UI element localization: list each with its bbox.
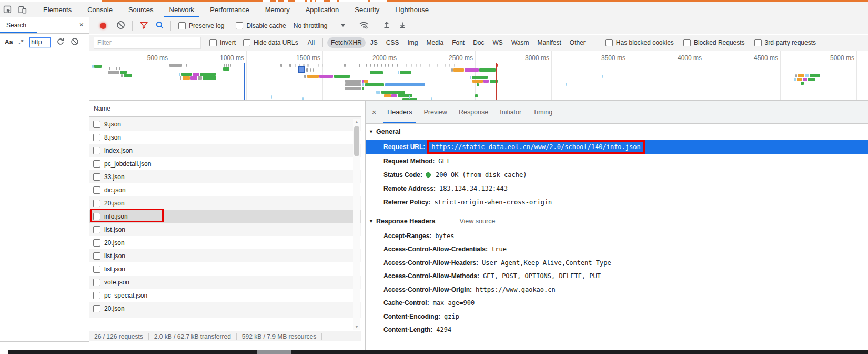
request-row-index-json[interactable]: index.json: [89, 144, 361, 157]
refresh-icon[interactable]: [56, 37, 65, 47]
export-har-icon[interactable]: [398, 21, 407, 31]
general-section-header[interactable]: ▼ General: [369, 124, 868, 140]
checkbox[interactable]: [93, 252, 100, 260]
filter-type-fetch-xhr[interactable]: Fetch/XHR: [327, 37, 366, 48]
general-row[interactable]: Status Code:200 OK (from disk cache): [369, 168, 868, 182]
filter-type-wasm[interactable]: Wasm: [508, 37, 533, 48]
request-row-list-json[interactable]: list.json: [89, 262, 361, 276]
selected-request-marker[interactable]: [298, 66, 305, 73]
request-row-9-json[interactable]: 9.json: [89, 117, 361, 131]
checkbox[interactable]: [93, 305, 100, 312]
has-blocked-cookies-checkbox[interactable]: Has blocked cookies: [605, 39, 674, 46]
search-network-icon[interactable]: [155, 21, 164, 31]
checkbox[interactable]: [605, 39, 613, 46]
scroll-down-icon[interactable]: ▼: [353, 324, 360, 329]
3rd-party-requests-checkbox[interactable]: 3rd-party requests: [754, 39, 816, 46]
checkbox[interactable]: [209, 39, 217, 46]
request-row-vote-json[interactable]: vote.json: [89, 276, 361, 289]
checkbox[interactable]: [93, 239, 100, 247]
tab-security[interactable]: Security: [347, 2, 387, 17]
response-header-row[interactable]: Access-Control-Allow-Credentials:true: [369, 243, 868, 257]
checkbox[interactable]: [93, 279, 100, 286]
device-toolbar-icon[interactable]: [15, 3, 29, 17]
general-row[interactable]: Referrer Policy:strict-origin-when-cross…: [369, 195, 868, 209]
request-row-dic-json[interactable]: dic.json: [89, 183, 361, 196]
close-search-icon[interactable]: ×: [79, 21, 84, 29]
request-row-20-json[interactable]: 20.json: [89, 302, 361, 315]
response-header-row[interactable]: Cache-Control:max-age=900: [369, 297, 868, 310]
tab-memory[interactable]: Memory: [257, 2, 298, 17]
response-header-row[interactable]: Access-Control-Allow-Methods:GET, POST, …: [369, 270, 868, 283]
checkbox[interactable]: [93, 226, 100, 233]
scroll-up-icon[interactable]: ▲: [353, 120, 360, 124]
details-tab-timing[interactable]: Timing: [527, 101, 558, 123]
throttling-select[interactable]: No throttling: [294, 22, 328, 30]
filter-type-other[interactable]: Other: [566, 37, 589, 48]
match-case-button[interactable]: Aa: [5, 38, 13, 46]
request-row-partial[interactable]: [89, 315, 361, 318]
request-row-list-json[interactable]: list.json: [89, 249, 361, 262]
scrollbar-thumb[interactable]: [354, 126, 359, 156]
blocked-requests-checkbox[interactable]: Blocked Requests: [683, 39, 745, 46]
clear-network-log-icon[interactable]: [116, 21, 125, 31]
record-button[interactable]: [100, 23, 106, 29]
response-headers-section-header[interactable]: ▼ Response Headers View source: [369, 213, 868, 229]
filter-type-ws[interactable]: WS: [489, 37, 507, 48]
filter-type-font[interactable]: Font: [448, 37, 468, 48]
view-source-link[interactable]: View source: [459, 218, 495, 225]
filter-input[interactable]: [94, 37, 201, 49]
request-list-scrollbar[interactable]: ▲ ▼: [353, 119, 360, 330]
inspect-element-icon[interactable]: [0, 3, 15, 17]
network-overview-waterfall[interactable]: 500 ms1000 ms1500 ms2000 ms2500 ms3000 m…: [89, 51, 868, 101]
general-row[interactable]: Request Method:GET: [369, 154, 868, 168]
checkbox[interactable]: [683, 39, 691, 46]
request-row-20-json[interactable]: 20.json: [89, 196, 361, 210]
response-header-row[interactable]: Accept-Ranges:bytes: [369, 229, 868, 243]
request-url-row[interactable]: Request URL:https://static-data.eol.cn/w…: [366, 140, 868, 154]
filter-type-doc[interactable]: Doc: [469, 37, 488, 48]
response-header-row[interactable]: Content-Encoding:gzip: [369, 310, 868, 323]
checkbox[interactable]: [93, 173, 100, 181]
checkbox[interactable]: [243, 39, 250, 46]
request-row-info-json[interactable]: info.json: [89, 210, 361, 223]
details-tab-headers[interactable]: Headers: [381, 101, 418, 123]
checkbox[interactable]: [93, 160, 100, 168]
details-tab-response[interactable]: Response: [453, 101, 494, 123]
response-header-row[interactable]: Access-Control-Allow-Origin:https://www.…: [369, 283, 868, 297]
request-row-8-json[interactable]: 8.json: [89, 131, 361, 144]
search-input[interactable]: [29, 37, 51, 47]
checkbox[interactable]: [236, 22, 243, 30]
filter-type-js[interactable]: JS: [367, 37, 381, 48]
checkbox[interactable]: [93, 213, 100, 220]
disable-cache-checkbox[interactable]: Disable cache: [236, 22, 286, 30]
request-row-33-json[interactable]: 33.json: [89, 170, 361, 183]
tab-network[interactable]: Network: [162, 2, 203, 17]
close-details-icon[interactable]: ×: [372, 108, 376, 116]
filter-type-css[interactable]: CSS: [382, 37, 403, 48]
tab-lighthouse[interactable]: Lighthouse: [387, 2, 437, 17]
invert-checkbox[interactable]: Invert: [209, 39, 236, 46]
checkbox[interactable]: [754, 39, 762, 46]
filter-type-manifest[interactable]: Manifest: [533, 37, 564, 48]
filter-type-media[interactable]: Media: [422, 37, 447, 48]
checkbox[interactable]: [178, 22, 186, 30]
request-row-list-json[interactable]: list.json: [89, 223, 361, 236]
tab-console[interactable]: Console: [79, 2, 120, 17]
regex-button[interactable]: .*: [18, 38, 24, 46]
tab-sources[interactable]: Sources: [120, 2, 162, 17]
import-har-icon[interactable]: [382, 21, 391, 31]
checkbox[interactable]: [93, 134, 100, 141]
tab-elements[interactable]: Elements: [35, 2, 79, 17]
details-tab-preview[interactable]: Preview: [418, 101, 452, 123]
checkbox[interactable]: [93, 186, 100, 194]
checkbox[interactable]: [93, 200, 100, 207]
checkbox[interactable]: [93, 292, 100, 299]
details-tab-initiator[interactable]: Initiator: [494, 101, 527, 123]
hide-data-urls-checkbox[interactable]: Hide data URLs: [243, 39, 298, 46]
request-row-pc_special-json[interactable]: pc_special.json: [89, 289, 361, 302]
clear-search-icon[interactable]: [70, 37, 79, 47]
request-row-pc_jobdetail-json[interactable]: pc_jobdetail.json: [89, 157, 361, 170]
tab-performance[interactable]: Performance: [202, 2, 257, 17]
tab-application[interactable]: Application: [298, 2, 347, 17]
checkbox[interactable]: [93, 266, 100, 273]
